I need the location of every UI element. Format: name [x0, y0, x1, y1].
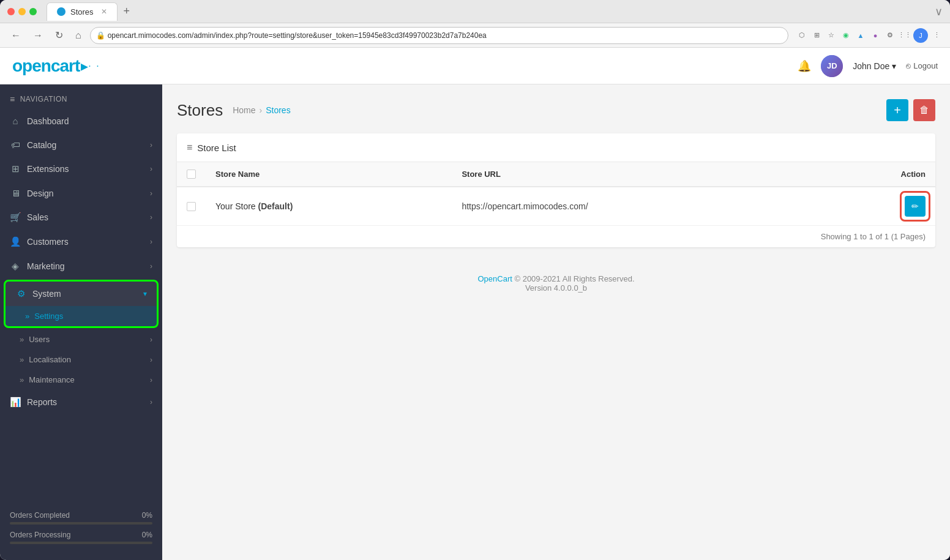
- cast-icon[interactable]: ⬡: [796, 29, 808, 42]
- sidebar-item-reports[interactable]: 📊 Reports ›: [0, 390, 162, 414]
- menu-icon[interactable]: ⋮: [930, 29, 943, 42]
- extension-3[interactable]: ●: [869, 29, 881, 42]
- extensions-arrow-icon: ›: [150, 165, 152, 173]
- card-header-icon: ≡: [187, 142, 192, 153]
- sidebar-item-marketing[interactable]: ◈ Marketing ›: [0, 254, 162, 278]
- sidebar-item-sales[interactable]: 🛒 Sales ›: [0, 205, 162, 230]
- sidebar-item-extensions[interactable]: ⊞ Extensions ›: [0, 157, 162, 181]
- pagination-info: Showing 1 to 1 of 1 (1 Pages): [177, 225, 935, 247]
- app-header: opencart ▸ · · 🔔 JD John Doe ▾ ⎋ Logout: [0, 48, 950, 84]
- extension-settings[interactable]: ⚙: [884, 29, 896, 42]
- user-name[interactable]: John Doe ▾: [853, 61, 896, 71]
- address-bar[interactable]: [90, 27, 788, 44]
- extensions-icon: ⊞: [10, 163, 21, 174]
- breadcrumb: Home › Stores: [233, 105, 291, 115]
- row-store-name-cell: Your Store (Default): [206, 187, 452, 225]
- orders-completed-progress: Orders Completed 0%: [10, 511, 152, 525]
- row-checkbox-cell: [177, 187, 206, 225]
- system-arrow-icon: ▾: [143, 289, 147, 298]
- sales-arrow-icon: ›: [150, 213, 152, 222]
- row-action-cell: ✏: [823, 187, 935, 225]
- reports-icon: 📊: [10, 397, 21, 408]
- sidebar-item-maintenance[interactable]: » Maintenance ›: [0, 370, 162, 390]
- catalog-arrow-icon: ›: [150, 141, 152, 149]
- sidebar: ≡ NAVIGATION ⌂ Dashboard 🏷 Catalog › ⊞: [0, 84, 162, 560]
- sidebar-item-dashboard[interactable]: ⌂ Dashboard: [0, 109, 162, 133]
- orders-processing-bar: [10, 542, 152, 544]
- header-store-name: Store Name: [206, 162, 452, 187]
- dashboard-icon: ⌂: [10, 116, 21, 126]
- sidebar-item-catalog[interactable]: 🏷 Catalog ›: [0, 133, 162, 157]
- settings-sub-icon: »: [25, 312, 29, 321]
- home-button[interactable]: ⌂: [72, 28, 85, 43]
- new-tab-button[interactable]: +: [120, 5, 134, 18]
- close-button[interactable]: [7, 8, 15, 15]
- edit-button-container: ✏: [905, 196, 926, 217]
- extension-2[interactable]: ▲: [855, 29, 867, 42]
- user-dropdown-icon: ▾: [892, 61, 896, 71]
- extension-1[interactable]: ◉: [840, 29, 852, 42]
- header-store-url: Store URL: [452, 162, 822, 187]
- catalog-icon: 🏷: [10, 140, 21, 150]
- system-icon: ⚙: [15, 288, 26, 299]
- orders-completed-bar: [10, 522, 152, 525]
- reports-arrow-icon: ›: [150, 398, 152, 406]
- orders-processing-progress: Orders Processing 0%: [10, 531, 152, 544]
- app-footer: OpenCart © 2009-2021 All Rights Reserved…: [177, 259, 935, 307]
- row-checkbox[interactable]: [187, 202, 196, 211]
- screenshot-icon[interactable]: ⊞: [810, 29, 823, 42]
- browser-titlebar: Stores ✕ + ∨: [0, 0, 950, 23]
- address-bar-container: 🔒: [90, 27, 788, 44]
- card-header: ≡ Store List: [177, 133, 935, 162]
- nav-label: ≡ NAVIGATION: [0, 84, 162, 109]
- customers-arrow-icon: ›: [150, 237, 152, 246]
- add-store-button[interactable]: +: [886, 99, 908, 121]
- breadcrumb-home[interactable]: Home: [233, 105, 255, 115]
- table-header: Store Name Store URL Action: [177, 162, 935, 187]
- sidebar-item-users[interactable]: » Users ›: [0, 329, 162, 349]
- table-body: Your Store (Default) https://opencart.mi…: [177, 187, 935, 225]
- logout-button[interactable]: ⎋ Logout: [906, 61, 938, 70]
- tab-close-icon[interactable]: ✕: [101, 7, 107, 16]
- forward-button[interactable]: →: [29, 28, 47, 43]
- tab-favicon: [57, 7, 65, 16]
- profile-icon[interactable]: J: [913, 28, 928, 43]
- traffic-lights: [7, 8, 37, 15]
- avatar: JD: [821, 55, 843, 77]
- footer-line-1: OpenCart © 2009-2021 All Rights Reserved…: [192, 274, 921, 283]
- localisation-arrow-icon: ›: [150, 356, 152, 364]
- marketing-icon: ◈: [10, 261, 21, 272]
- breadcrumb-current: Stores: [266, 105, 290, 115]
- bookmark-icon[interactable]: ☆: [825, 29, 837, 42]
- delete-store-button[interactable]: 🗑: [913, 99, 935, 121]
- extensions-icon[interactable]: ⋮⋮: [899, 29, 911, 42]
- row-store-url-cell: https://opencart.mimocodes.com/: [452, 187, 822, 225]
- sidebar-item-customers[interactable]: 👤 Customers ›: [0, 230, 162, 254]
- sidebar-progress: Orders Completed 0% Orders Processing 0%: [0, 504, 162, 560]
- store-table: Store Name Store URL Action: [177, 162, 935, 225]
- footer-version: Version 4.0.0.0_b: [192, 283, 921, 293]
- store-list-card: ≡ Store List Store Name Store URL Act: [177, 133, 935, 247]
- sidebar-item-settings[interactable]: » Settings: [6, 306, 157, 326]
- app-logo: opencart ▸ · ·: [12, 56, 100, 76]
- header-actions: + 🗑: [886, 99, 935, 121]
- refresh-button[interactable]: ↻: [51, 27, 67, 43]
- minimize-button[interactable]: [18, 8, 26, 15]
- fullscreen-button[interactable]: [29, 8, 37, 15]
- sidebar-item-system[interactable]: ⚙ System ▾: [6, 282, 157, 306]
- back-button[interactable]: ←: [7, 28, 24, 43]
- active-tab[interactable]: Stores ✕: [47, 2, 118, 21]
- tab-title: Stores: [70, 7, 94, 17]
- header-action: Action: [823, 162, 935, 187]
- sidebar-item-design[interactable]: 🖥 Design ›: [0, 181, 162, 205]
- users-sub-icon: »: [20, 335, 24, 344]
- select-all-checkbox[interactable]: [187, 170, 196, 179]
- table-header-row: Store Name Store URL Action: [177, 162, 935, 187]
- window-collapse-icon[interactable]: ∨: [935, 5, 943, 18]
- sidebar-item-localisation[interactable]: » Localisation ›: [0, 349, 162, 370]
- logo-dots-icon: · ·: [88, 61, 100, 72]
- footer-opencart-link[interactable]: OpenCart: [477, 274, 512, 283]
- notification-bell-icon[interactable]: 🔔: [798, 59, 811, 73]
- edit-store-button[interactable]: ✏: [905, 196, 926, 217]
- app-container: opencart ▸ · · 🔔 JD John Doe ▾ ⎋ Logout: [0, 48, 950, 560]
